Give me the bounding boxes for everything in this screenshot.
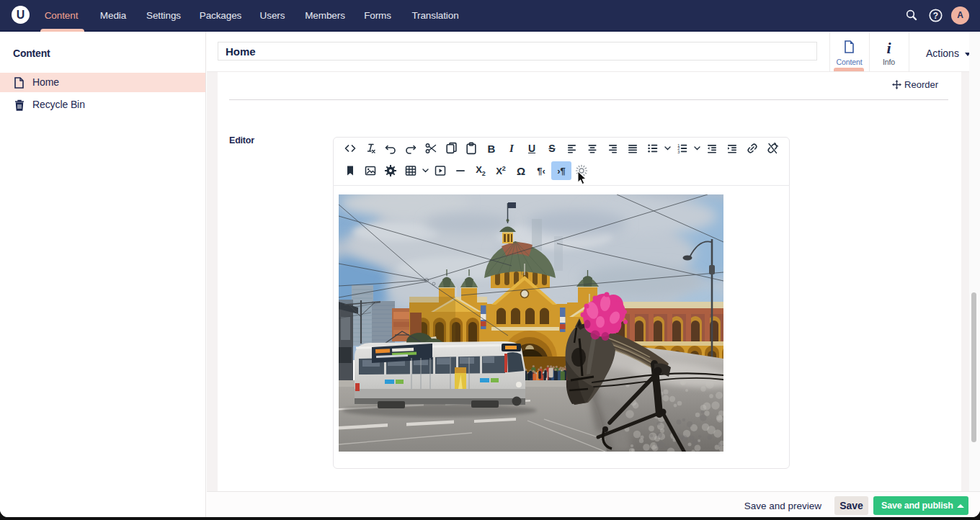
svg-text:?: ? [933, 11, 938, 21]
svg-text:3: 3 [677, 150, 680, 154]
